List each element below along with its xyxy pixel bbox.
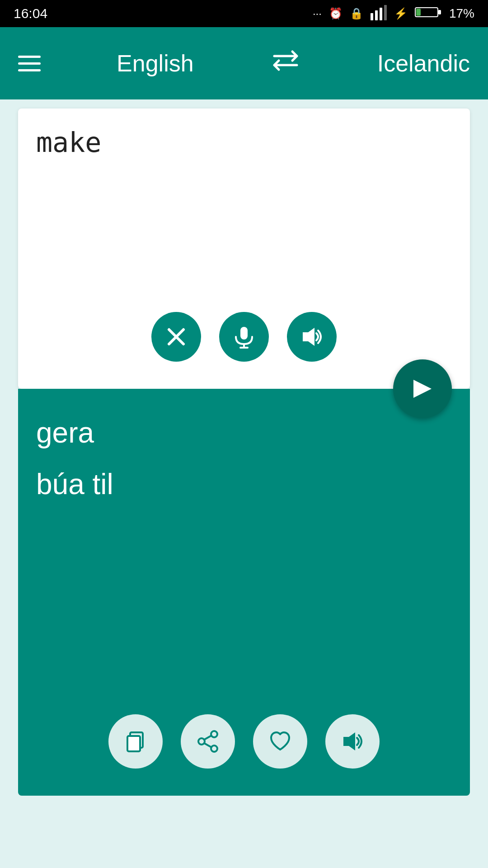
copy-button[interactable] — [108, 714, 163, 769]
favorite-button[interactable] — [253, 714, 307, 769]
overflow-icon: ··· — [313, 7, 322, 20]
toolbar: English Icelandic — [0, 27, 488, 99]
source-text-input[interactable]: make — [36, 127, 452, 316]
svg-rect-2 — [380, 8, 382, 20]
svg-line-19 — [204, 736, 211, 740]
speak-source-button[interactable] — [287, 312, 337, 362]
status-icons: ··· ⏰ 🔒 ⚡ 17% — [313, 4, 474, 23]
share-button[interactable] — [181, 714, 235, 769]
svg-marker-13 — [413, 380, 432, 398]
lock-icon: 🔒 — [350, 7, 363, 20]
input-section: make — [18, 108, 470, 389]
svg-rect-1 — [375, 10, 378, 20]
status-bar: 16:04 ··· ⏰ 🔒 ⚡ 17% — [0, 0, 488, 27]
charging-icon: ⚡ — [394, 7, 408, 20]
svg-rect-6 — [416, 9, 421, 16]
status-time: 16:04 — [14, 6, 47, 21]
translate-button[interactable] — [393, 359, 452, 418]
translation-secondary: búa til — [36, 467, 452, 501]
battery-icon — [415, 5, 442, 22]
svg-rect-5 — [438, 10, 441, 14]
svg-rect-9 — [240, 327, 248, 340]
result-controls — [108, 714, 380, 769]
battery-pct: 17% — [449, 6, 474, 21]
target-language-button[interactable]: Icelandic — [377, 50, 470, 77]
svg-marker-21 — [343, 732, 355, 750]
svg-point-16 — [211, 731, 217, 737]
svg-point-17 — [211, 745, 217, 752]
svg-marker-12 — [303, 328, 314, 346]
svg-rect-15 — [127, 736, 140, 751]
microphone-button[interactable] — [219, 312, 269, 362]
svg-line-20 — [204, 743, 211, 747]
signal-icon — [371, 4, 387, 23]
input-controls — [151, 312, 337, 362]
clear-button[interactable] — [151, 312, 201, 362]
speak-result-button[interactable] — [325, 714, 380, 769]
alarm-icon: ⏰ — [329, 7, 343, 20]
source-language-button[interactable]: English — [117, 50, 194, 77]
svg-rect-3 — [384, 5, 387, 20]
result-section: gera búa til — [18, 389, 470, 796]
swap-languages-button[interactable] — [270, 47, 301, 80]
menu-button[interactable] — [18, 56, 41, 71]
svg-rect-0 — [371, 13, 373, 20]
translation-primary: gera — [36, 416, 452, 449]
